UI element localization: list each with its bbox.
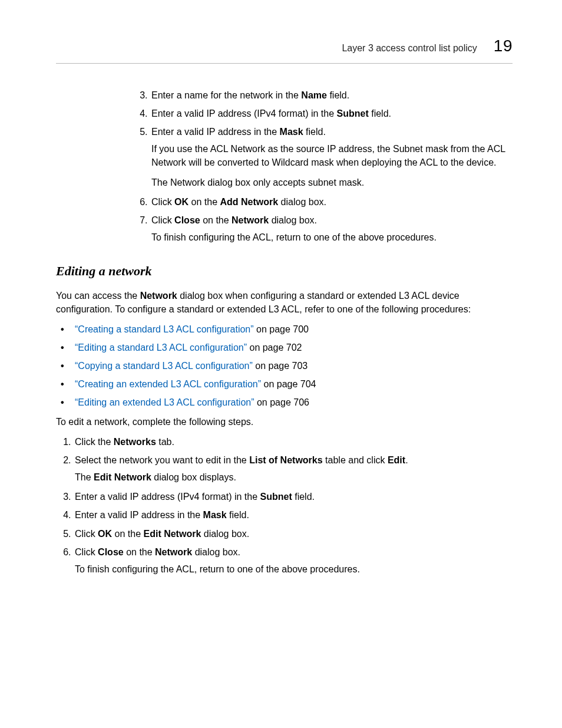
bold-text: Add Network bbox=[220, 197, 278, 207]
list-item: Enter a valid IP address (IPv4 format) i… bbox=[150, 107, 510, 120]
list-item: Select the network you want to edit in t… bbox=[74, 453, 510, 484]
list-item: Enter a name for the network in the Name… bbox=[150, 88, 510, 102]
list-item-text: Click Close on the Network dialog box. bbox=[75, 545, 510, 559]
list-item-text: Enter a valid IP address (IPv4 format) i… bbox=[75, 490, 510, 503]
bold-text: Name bbox=[301, 90, 327, 100]
list-item-text: Click OK on the Edit Network dialog box. bbox=[75, 527, 510, 541]
bold-text: Subnet bbox=[337, 108, 369, 118]
list-item-text: Select the network you want to edit in t… bbox=[75, 453, 510, 467]
ordered-list-continued: Enter a name for the network in the Name… bbox=[133, 88, 510, 245]
bold-text: Networks bbox=[114, 437, 156, 447]
bold-text: Network bbox=[140, 291, 177, 301]
running-header-title: Layer 3 access control list policy bbox=[342, 41, 477, 55]
list-item-text: Enter a valid IP address in the Mask fie… bbox=[151, 125, 510, 139]
bold-text: Edit bbox=[388, 455, 405, 465]
list-item-subtext: To finish configuring the ACL, return to… bbox=[75, 562, 510, 576]
lead-in-paragraph: To edit a network, complete the followin… bbox=[56, 415, 510, 429]
chapter-number: 19 bbox=[494, 34, 513, 58]
list-item-text: Enter a valid IP address (IPv4 format) i… bbox=[151, 107, 510, 120]
list-item: Click OK on the Add Network dialog box. bbox=[150, 195, 510, 209]
list-item: Click Close on the Network dialog box.To… bbox=[150, 213, 510, 244]
list-item: Click Close on the Network dialog box.To… bbox=[74, 545, 510, 576]
xref-link[interactable]: “Copying a standard L3 ACL configuration… bbox=[75, 361, 253, 371]
running-header: Layer 3 access control list policy 19 bbox=[56, 34, 513, 58]
list-item-subtext: The Network dialog box only accepts subn… bbox=[151, 176, 510, 189]
xref-page-suffix: on page 702 bbox=[247, 342, 302, 353]
xref-page-suffix: on page 703 bbox=[253, 361, 308, 371]
bold-text: Edit Network bbox=[94, 472, 151, 482]
list-item-text: Click Close on the Network dialog box. bbox=[151, 213, 510, 227]
list-item: Click the Networks tab. bbox=[74, 435, 510, 449]
xref-link[interactable]: “Editing a standard L3 ACL configuration… bbox=[75, 342, 247, 353]
bold-text: Network bbox=[232, 215, 269, 225]
bold-text: Edit Network bbox=[143, 529, 201, 539]
xref-page-suffix: on page 706 bbox=[254, 397, 309, 407]
list-item-text: Enter a valid IP address in the Mask fie… bbox=[75, 508, 510, 522]
list-item: Enter a valid IP address in the Mask fie… bbox=[150, 125, 510, 189]
xref-link[interactable]: “Editing an extended L3 ACL configuratio… bbox=[75, 397, 254, 407]
intro-paragraph: You can access the Network dialog box wh… bbox=[56, 289, 510, 316]
bold-text: Network bbox=[155, 547, 192, 557]
bold-text: Mask bbox=[280, 127, 303, 137]
bold-text: Close bbox=[98, 547, 124, 557]
xref-bullet-list: “Creating a standard L3 ACL configuratio… bbox=[56, 322, 510, 410]
xref-bullet-item: “Editing a standard L3 ACL configuration… bbox=[74, 341, 510, 354]
list-item: Click OK on the Edit Network dialog box. bbox=[74, 527, 510, 541]
bold-text: Subnet bbox=[260, 492, 292, 502]
xref-bullet-item: “Copying a standard L3 ACL configuration… bbox=[74, 359, 510, 373]
xref-link[interactable]: “Creating a standard L3 ACL configuratio… bbox=[75, 324, 254, 334]
xref-link[interactable]: “Creating an extended L3 ACL configurati… bbox=[75, 379, 261, 389]
bold-text: Mask bbox=[203, 510, 227, 520]
header-rule bbox=[56, 63, 513, 64]
list-item: Enter a valid IP address in the Mask fie… bbox=[74, 508, 510, 522]
list-item-subtext: The Edit Network dialog box displays. bbox=[75, 470, 510, 484]
bold-text: List of Networks bbox=[249, 455, 322, 465]
xref-page-suffix: on page 700 bbox=[254, 324, 309, 334]
page: Layer 3 access control list policy 19 En… bbox=[56, 34, 513, 582]
bold-text: OK bbox=[98, 529, 112, 539]
list-item-text: Click the Networks tab. bbox=[75, 435, 510, 449]
section-heading-editing-network: Editing a network bbox=[56, 262, 510, 281]
xref-bullet-item: “Creating a standard L3 ACL configuratio… bbox=[74, 322, 510, 336]
list-item-text: Click OK on the Add Network dialog box. bbox=[151, 195, 510, 209]
bold-text: OK bbox=[174, 197, 189, 207]
list-item: Enter a valid IP address (IPv4 format) i… bbox=[74, 490, 510, 503]
bold-text: Close bbox=[174, 215, 200, 225]
content-area: Enter a name for the network in the Name… bbox=[56, 88, 510, 577]
list-item-text: Enter a name for the network in the Name… bbox=[151, 88, 510, 102]
list-item-subtext: To finish configuring the ACL, return to… bbox=[151, 230, 510, 244]
list-item-subtext: If you use the ACL Network as the source… bbox=[151, 142, 510, 169]
xref-bullet-item: “Creating an extended L3 ACL configurati… bbox=[74, 377, 510, 391]
ordered-list-steps: Click the Networks tab.Select the networ… bbox=[56, 435, 510, 577]
xref-page-suffix: on page 704 bbox=[261, 379, 316, 389]
xref-bullet-item: “Editing an extended L3 ACL configuratio… bbox=[74, 396, 510, 409]
